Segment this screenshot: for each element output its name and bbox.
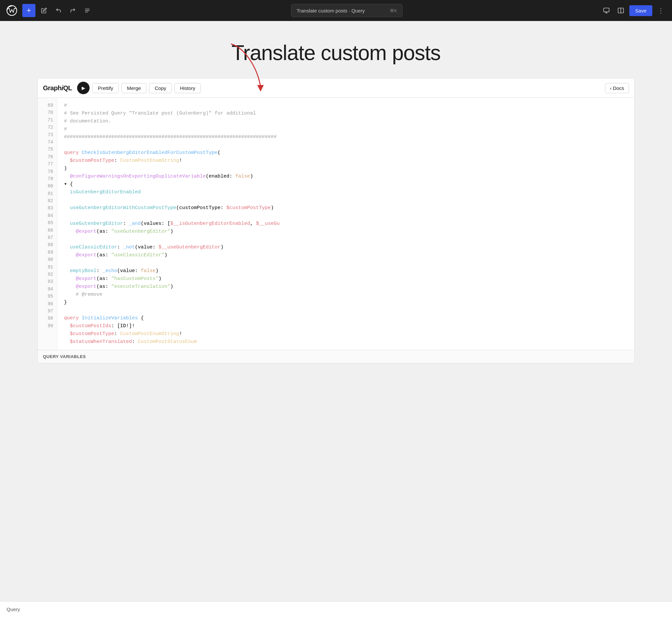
code-line-85: @export(as: "useGutenbergEditor") <box>64 228 628 236</box>
line-numbers: 69 70 71 72 73 74 75 76 77 78 79 80 81 8… <box>38 98 57 350</box>
code-content: # # See Persisted Query "Translate post … <box>57 98 634 350</box>
page-title-area: Translate custom posts <box>20 21 652 78</box>
merge-button[interactable]: Merge <box>122 83 147 93</box>
desktop-view-button[interactable] <box>601 5 612 16</box>
ln-71: 71 <box>38 117 57 124</box>
code-line-82: useGutenbergEditorWithCustomPostType(cus… <box>64 204 628 212</box>
edit-button[interactable] <box>38 5 50 16</box>
ln-85: 85 <box>38 219 57 226</box>
ln-90: 90 <box>38 256 57 263</box>
undo-button[interactable] <box>52 5 64 16</box>
search-text: Translate custom posts · Query <box>297 8 365 13</box>
redo-button[interactable] <box>67 5 79 16</box>
code-line-76: $customPostType: CustomPostEnumString! <box>64 157 628 165</box>
add-button[interactable]: + <box>22 4 35 17</box>
list-button[interactable] <box>81 5 93 16</box>
ln-70: 70 <box>38 109 57 116</box>
ln-75: 75 <box>38 146 57 153</box>
code-line-89 <box>64 259 628 267</box>
code-line-80: isGutenbergEditorEnabled <box>64 188 628 196</box>
code-line-75: query CheckIsGutenbergEditorEnabledForCu… <box>64 149 628 157</box>
ln-81: 81 <box>38 190 57 197</box>
ln-72: 72 <box>38 124 57 131</box>
graphiql-toolbar: GraphiQL ▶ Prettify Merge Copy History ‹… <box>38 78 634 98</box>
code-line-98: $customPostType: CustomPostEnumString! <box>64 330 628 338</box>
code-line-87: useClassicEditor: _not(value: $__useGute… <box>64 243 628 251</box>
code-line-81 <box>64 196 628 204</box>
code-line-83 <box>64 212 628 220</box>
toolbar-right: Save ⋮ <box>601 5 667 16</box>
ln-86: 86 <box>38 227 57 234</box>
play-button[interactable]: ▶ <box>77 82 89 94</box>
search-bar[interactable]: Translate custom posts · Query ⌘K <box>291 4 403 17</box>
split-view-button[interactable] <box>615 5 627 16</box>
code-line-74 <box>64 141 628 149</box>
code-line-79: ▾ { <box>64 181 628 188</box>
ln-96: 96 <box>38 300 57 307</box>
code-line-70: # See Persisted Query "Translate post (G… <box>64 110 628 118</box>
search-shortcut: ⌘K <box>390 8 397 13</box>
ln-95: 95 <box>38 293 57 300</box>
ln-89: 89 <box>38 249 57 256</box>
save-button[interactable]: Save <box>629 5 652 16</box>
ln-76: 76 <box>38 153 57 161</box>
ln-79: 79 <box>38 175 57 183</box>
code-line-95 <box>64 306 628 315</box>
ln-84: 84 <box>38 212 57 219</box>
ln-80: 80 <box>38 183 57 190</box>
toolbar-center: Translate custom posts · Query ⌘K <box>96 4 598 17</box>
docs-label: Docs <box>613 85 624 91</box>
ln-73: 73 <box>38 131 57 139</box>
code-line-84: useGutenbergEditor: _and(values: [$__isG… <box>64 220 628 228</box>
graphiql-logo: GraphiQL <box>43 84 72 92</box>
code-line-69: # <box>64 102 628 110</box>
code-line-93: # @remove <box>64 291 628 299</box>
arrow-annotation <box>224 41 270 94</box>
code-line-96: query InitializeVariables { <box>64 315 628 322</box>
ln-93: 93 <box>38 278 57 285</box>
ln-83: 83 <box>38 204 57 212</box>
code-line-99: $statusWhenTranslated: CustomPostStatusE… <box>64 338 628 346</box>
code-line-77: ) <box>64 165 628 173</box>
ln-82: 82 <box>38 197 57 204</box>
code-line-71: # documentation. <box>64 118 628 125</box>
more-menu-button[interactable]: ⋮ <box>655 5 667 16</box>
ln-99: 99 <box>38 322 57 330</box>
code-line-88: @export(as: "useClassicEditor") <box>64 251 628 259</box>
code-line-90: emptyBool: _echo(value: false) <box>64 267 628 275</box>
ln-77: 77 <box>38 161 57 168</box>
docs-button[interactable]: ‹ Docs <box>605 83 629 93</box>
code-line-92: @export(as: "executeTranslation") <box>64 283 628 291</box>
ln-87: 87 <box>38 234 57 241</box>
svg-rect-4 <box>604 8 609 12</box>
svg-marker-9 <box>257 85 264 91</box>
ln-88: 88 <box>38 241 57 248</box>
chevron-left-icon: ‹ <box>610 85 612 91</box>
ln-98: 98 <box>38 315 57 322</box>
code-line-97: $customPostIds: [ID!]! <box>64 322 628 330</box>
status-text: Query <box>7 607 20 612</box>
wp-logo <box>5 4 18 17</box>
prettify-button[interactable]: Prettify <box>92 83 119 93</box>
query-variables-bar[interactable]: QUERY VARIABLES <box>38 350 634 363</box>
ln-91: 91 <box>38 263 57 271</box>
code-line-94: } <box>64 299 628 306</box>
code-line-72: # <box>64 125 628 133</box>
copy-button[interactable]: Copy <box>149 83 172 93</box>
code-line-73: ########################################… <box>64 133 628 141</box>
code-line-86 <box>64 236 628 243</box>
ln-74: 74 <box>38 139 57 146</box>
ln-92: 92 <box>38 271 57 278</box>
history-button[interactable]: History <box>175 83 201 93</box>
top-toolbar: + Translate custom posts · Query ⌘K <box>0 0 672 21</box>
code-line-91: @export(as: "hasCustomPosts") <box>64 275 628 283</box>
code-line-78: @configureWarningsOnExportingDuplicateVa… <box>64 173 628 181</box>
ln-69: 69 <box>38 102 57 109</box>
ln-97: 97 <box>38 307 57 315</box>
status-bar: Query <box>0 601 672 617</box>
ln-94: 94 <box>38 285 57 293</box>
graphiql-panel: GraphiQL ▶ Prettify Merge Copy History ‹… <box>37 78 635 363</box>
main-content: Translate custom posts GraphiQL ▶ Pretti… <box>0 21 672 363</box>
code-editor[interactable]: 69 70 71 72 73 74 75 76 77 78 79 80 81 8… <box>38 98 634 350</box>
ln-78: 78 <box>38 168 57 175</box>
